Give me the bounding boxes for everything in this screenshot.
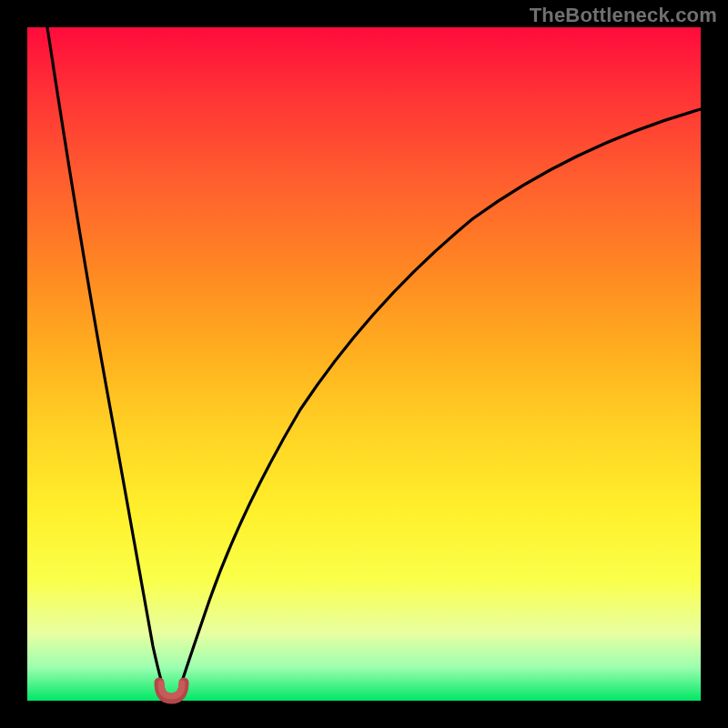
- chart-plot-area: [27, 27, 701, 701]
- curve-right-branch: [178, 109, 701, 693]
- curve-left-branch: [47, 27, 165, 693]
- minimum-marker-fill: [161, 683, 182, 696]
- bottleneck-curve: [27, 27, 701, 701]
- chart-frame: TheBottleneck.com: [0, 0, 728, 728]
- watermark-text: TheBottleneck.com: [530, 4, 717, 27]
